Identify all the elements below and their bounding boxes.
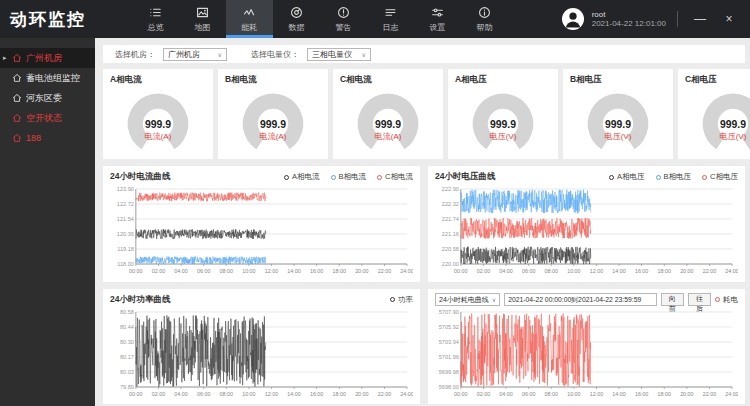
legend-item-耗电[interactable]: 耗电 bbox=[715, 295, 738, 305]
legend-label: A相电压 bbox=[617, 172, 645, 182]
svg-text:222.32: 222.32 bbox=[442, 201, 459, 207]
legend-item-功率[interactable]: 功率 bbox=[390, 295, 413, 305]
home-icon bbox=[12, 113, 22, 123]
app-window: 动环监控 总览 地图 能耗 数据 警告 日志 设置 帮助 root 2021-0… bbox=[0, 0, 750, 406]
date-range-input[interactable] bbox=[504, 293, 657, 306]
svg-text:20:00: 20:00 bbox=[355, 390, 368, 396]
legend-item-C相电流[interactable]: C相电流 bbox=[377, 172, 413, 182]
nav-item-8[interactable]: 帮助 bbox=[461, 0, 508, 38]
svg-text:08:00: 08:00 bbox=[545, 390, 558, 396]
svg-text:14:00: 14:00 bbox=[287, 268, 300, 274]
svg-text:06:00: 06:00 bbox=[522, 268, 535, 274]
chart-card-3: 24小时功率曲线 功率80.5880.4480.3080.1780.0379.8… bbox=[103, 289, 420, 405]
nav-item-6[interactable]: 日志 bbox=[367, 0, 414, 38]
svg-text:22:00: 22:00 bbox=[378, 390, 391, 396]
series-line-功率 bbox=[136, 315, 266, 386]
gauge-value: 999.9 bbox=[375, 119, 401, 130]
prev-button[interactable]: 向前 bbox=[661, 293, 684, 306]
gauge-card-4: A相电压 999.9 电压(V) bbox=[448, 69, 558, 159]
legend-ring-icon bbox=[390, 297, 395, 302]
top-right-area: root 2021-04-22 12:01:00 — × bbox=[561, 0, 750, 38]
gauge-unit: 电压(V) bbox=[605, 132, 632, 141]
svg-text:02:00: 02:00 bbox=[152, 268, 165, 274]
sidebar: ▸ 广州机房 蓄电池组监控 河东区委 空开状态 188 bbox=[0, 38, 95, 406]
legend-item-A相电流[interactable]: A相电流 bbox=[284, 172, 320, 182]
legend-ring-icon bbox=[377, 175, 382, 180]
username: root bbox=[592, 10, 666, 19]
legend-item-B相电流[interactable]: B相电流 bbox=[331, 172, 367, 182]
nav-item-7[interactable]: 设置 bbox=[414, 0, 461, 38]
nav-item-1[interactable]: 总览 bbox=[132, 0, 179, 38]
svg-text:18:00: 18:00 bbox=[333, 268, 346, 274]
sidebar-item-5[interactable]: 188 bbox=[0, 128, 95, 148]
svg-text:122.72: 122.72 bbox=[117, 201, 134, 207]
gauge-unit: 电压(V) bbox=[490, 132, 517, 141]
svg-text:02:00: 02:00 bbox=[477, 268, 490, 274]
svg-text:5699.98: 5699.98 bbox=[439, 368, 459, 374]
svg-text:222.90: 222.90 bbox=[442, 186, 459, 192]
chart-title: 24小时功率曲线 bbox=[110, 294, 170, 306]
nav-item-2[interactable]: 地图 bbox=[179, 0, 226, 38]
legend-ring-icon bbox=[715, 297, 720, 302]
svg-text:00:00: 00:00 bbox=[129, 268, 142, 274]
divider bbox=[677, 11, 678, 27]
svg-text:5707.90: 5707.90 bbox=[439, 308, 459, 314]
gauge-arc: 999.9 电压(V) bbox=[455, 86, 551, 158]
sidebar-item-label: 188 bbox=[26, 133, 41, 143]
chart-plot: 80.5880.4480.3080.1780.0379.8900:0002:00… bbox=[110, 307, 413, 403]
svg-text:18:00: 18:00 bbox=[658, 268, 671, 274]
nav-item-4[interactable]: 数据 bbox=[273, 0, 320, 38]
alert-icon bbox=[337, 6, 350, 19]
svg-text:20:00: 20:00 bbox=[355, 268, 368, 274]
next-button[interactable]: 往后 bbox=[688, 293, 711, 306]
home-icon bbox=[12, 93, 22, 103]
svg-text:12:00: 12:00 bbox=[590, 268, 603, 274]
chart-legend: A相电压 B相电压 C相电压 bbox=[609, 172, 738, 182]
sidebar-item-4[interactable]: 空开状态 bbox=[0, 108, 95, 128]
legend-item-C相电压[interactable]: C相电压 bbox=[702, 172, 738, 182]
room-select[interactable]: 广州机房 ∨ bbox=[163, 48, 227, 61]
sidebar-item-3[interactable]: 河东区委 bbox=[0, 88, 95, 108]
svg-text:24:00: 24:00 bbox=[725, 390, 738, 396]
svg-text:5705.92: 5705.92 bbox=[439, 323, 459, 329]
nav-item-5[interactable]: 警告 bbox=[320, 0, 367, 38]
series-line-B相电压 bbox=[461, 190, 591, 214]
gauge-value: 999.9 bbox=[145, 119, 171, 130]
legend-label: B相电压 bbox=[664, 172, 692, 182]
user-avatar-icon[interactable] bbox=[561, 7, 585, 31]
legend-item-A相电压[interactable]: A相电压 bbox=[609, 172, 645, 182]
gauge-arc: 999.9 电压(V) bbox=[685, 86, 750, 158]
close-button[interactable]: × bbox=[718, 8, 740, 30]
nav-item-3[interactable]: 能耗 bbox=[226, 0, 273, 38]
sidebar-item-2[interactable]: 蓄电池组监控 bbox=[0, 68, 95, 88]
legend-item-B相电压[interactable]: B相电压 bbox=[656, 172, 692, 182]
gauge-unit: 电流(A) bbox=[260, 132, 287, 141]
curve-type-select[interactable]: 24小时耗电曲线 ∨ bbox=[435, 293, 500, 306]
gauge-title: A相电压 bbox=[455, 74, 551, 86]
gauge-unit: 电压(V) bbox=[720, 132, 747, 141]
gauge-unit: 电流(A) bbox=[375, 132, 402, 141]
svg-text:18:00: 18:00 bbox=[333, 390, 346, 396]
gauge-value: 999.9 bbox=[490, 119, 516, 130]
svg-text:22:00: 22:00 bbox=[703, 390, 716, 396]
sidebar-item-1[interactable]: ▸ 广州机房 bbox=[0, 48, 95, 68]
svg-text:5703.94: 5703.94 bbox=[439, 338, 459, 344]
sidebar-item-label: 空开状态 bbox=[26, 112, 62, 125]
svg-text:80.03: 80.03 bbox=[120, 368, 134, 374]
svg-text:123.90: 123.90 bbox=[117, 186, 134, 192]
svg-text:18:00: 18:00 bbox=[658, 390, 671, 396]
svg-text:80.44: 80.44 bbox=[120, 323, 134, 329]
log-icon bbox=[384, 6, 397, 19]
room-select-label: 选择机房： bbox=[115, 49, 155, 60]
meter-select[interactable]: 三相电量仪 ∨ bbox=[307, 48, 371, 61]
svg-text:24:00: 24:00 bbox=[400, 268, 413, 274]
legend-label: 功率 bbox=[398, 295, 413, 305]
meter-select-value: 三相电量仪 bbox=[312, 49, 352, 60]
gauge-title: B相电压 bbox=[570, 74, 666, 86]
svg-text:06:00: 06:00 bbox=[522, 390, 535, 396]
legend-label: A相电流 bbox=[292, 172, 320, 182]
minimize-button[interactable]: — bbox=[689, 8, 711, 30]
chart-header: 24小时耗电曲线 ∨ 向前 往后 耗电 bbox=[435, 293, 738, 307]
gauge-value: 999.9 bbox=[605, 119, 631, 130]
sidebar-item-label: 蓄电池组监控 bbox=[26, 72, 80, 85]
